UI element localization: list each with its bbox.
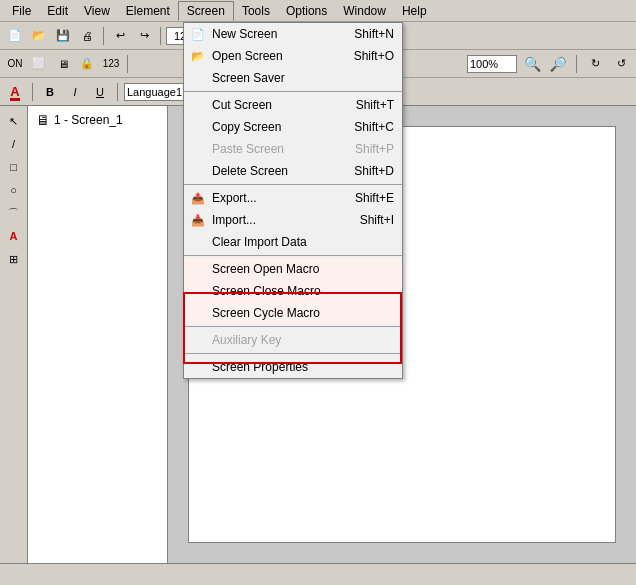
clear-import-label: Clear Import Data — [212, 235, 307, 249]
auxiliary-key-label: Auxiliary Key — [212, 333, 281, 347]
statusbar — [0, 563, 636, 585]
screen-tool-1[interactable]: ON — [4, 53, 26, 75]
redo-button[interactable]: ↪ — [133, 25, 155, 47]
sep-5 — [184, 353, 402, 354]
screen-dropdown-menu: 📄 New Screen Shift+N 📂 Open Screen Shift… — [183, 22, 403, 379]
print-button[interactable]: 🖨 — [76, 25, 98, 47]
delete-screen-label: Delete Screen — [212, 164, 288, 178]
export-icon: 📤 — [188, 188, 208, 208]
sep2 — [160, 27, 161, 45]
circle-tool[interactable]: ○ — [3, 179, 25, 201]
export-label: Export... — [212, 191, 257, 205]
sep5 — [127, 55, 128, 73]
line-tool[interactable]: / — [3, 133, 25, 155]
undo-button[interactable]: ↩ — [109, 25, 131, 47]
cursor-tool[interactable]: ↖ — [3, 110, 25, 132]
sep1 — [103, 27, 104, 45]
rect-tool[interactable]: □ — [3, 156, 25, 178]
new-screen-label: New Screen — [212, 27, 277, 41]
open-screen-label: Open Screen — [212, 49, 283, 63]
screen-tool-5[interactable]: 123 — [100, 53, 122, 75]
menu-item-clear-import[interactable]: Clear Import Data — [184, 231, 402, 253]
menu-item-cut-screen[interactable]: Cut Screen Shift+T — [184, 94, 402, 116]
save-button[interactable]: 💾 — [52, 25, 74, 47]
sep6 — [576, 55, 577, 73]
zoom-out-button[interactable]: 🔍 — [547, 53, 569, 75]
menu-window[interactable]: Window — [335, 2, 394, 20]
open-button[interactable]: 📂 — [28, 25, 50, 47]
menu-view[interactable]: View — [76, 2, 118, 20]
screen-tool-3[interactable]: 🖥 — [52, 53, 74, 75]
menu-item-screen-cycle-macro[interactable]: Screen Cycle Macro — [184, 302, 402, 324]
screen-properties-label: Screen Properties — [212, 360, 308, 374]
menu-screen[interactable]: Screen — [178, 1, 234, 21]
bold-button[interactable]: B — [39, 81, 61, 103]
menu-element[interactable]: Element — [118, 2, 178, 20]
export-shortcut: Shift+E — [355, 191, 394, 205]
color-a-label: A — [10, 84, 19, 99]
underline-button[interactable]: U — [89, 81, 111, 103]
menu-item-screen-close-macro[interactable]: Screen Close Macro — [184, 280, 402, 302]
screen-name-label: 1 - Screen_1 — [54, 113, 123, 127]
text-tool[interactable]: A — [3, 225, 25, 247]
import-shortcut: Shift+I — [360, 213, 394, 227]
zoom-in-button[interactable]: 🔍 — [521, 53, 543, 75]
menu-tools[interactable]: Tools — [234, 2, 278, 20]
refresh2-button[interactable]: ↺ — [610, 53, 632, 75]
copy-screen-shortcut: Shift+C — [354, 120, 394, 134]
screen-cycle-macro-label: Screen Cycle Macro — [212, 306, 320, 320]
refresh-button[interactable]: ↻ — [584, 53, 606, 75]
menu-item-copy-screen[interactable]: Copy Screen Shift+C — [184, 116, 402, 138]
open-screen-icon: 📂 — [188, 46, 208, 66]
menu-item-auxiliary-key[interactable]: Auxiliary Key — [184, 329, 402, 351]
sep-3 — [184, 255, 402, 256]
import-label: Import... — [212, 213, 256, 227]
menu-item-export[interactable]: 📤 Export... Shift+E — [184, 187, 402, 209]
tools-panel: ↖ / □ ○ ⌒ A ⊞ — [0, 106, 28, 563]
sep-1 — [184, 91, 402, 92]
menu-item-new-screen[interactable]: 📄 New Screen Shift+N — [184, 23, 402, 45]
menu-help[interactable]: Help — [394, 2, 435, 20]
delete-screen-shortcut: Shift+D — [354, 164, 394, 178]
sep7 — [32, 83, 33, 101]
new-screen-shortcut: Shift+N — [354, 27, 394, 41]
table-tool[interactable]: ⊞ — [3, 248, 25, 270]
screen-open-macro-label: Screen Open Macro — [212, 262, 319, 276]
menu-options[interactable]: Options — [278, 2, 335, 20]
menu-item-import[interactable]: 📥 Import... Shift+I — [184, 209, 402, 231]
screen-tool-4[interactable]: 🔒 — [76, 53, 98, 75]
import-icon: 📥 — [188, 210, 208, 230]
screen-saver-label: Screen Saver — [212, 71, 285, 85]
menu-item-open-screen[interactable]: 📂 Open Screen Shift+O — [184, 45, 402, 67]
menu-edit[interactable]: Edit — [39, 2, 76, 20]
menu-item-paste-screen[interactable]: Paste Screen Shift+P — [184, 138, 402, 160]
italic-button[interactable]: I — [64, 81, 86, 103]
arc-tool[interactable]: ⌒ — [3, 202, 25, 224]
screen-tree-item[interactable]: 🖥 1 - Screen_1 — [32, 110, 163, 130]
screen-panel: 🖥 1 - Screen_1 — [28, 106, 168, 563]
paste-screen-shortcut: Shift+P — [355, 142, 394, 156]
menu-file[interactable]: File — [4, 2, 39, 20]
menubar: File Edit View Element Screen Tools Opti… — [0, 0, 636, 22]
menu-item-delete-screen[interactable]: Delete Screen Shift+D — [184, 160, 402, 182]
copy-screen-label: Copy Screen — [212, 120, 281, 134]
cut-screen-label: Cut Screen — [212, 98, 272, 112]
screen-close-macro-label: Screen Close Macro — [212, 284, 321, 298]
zoom-display: 100% — [467, 55, 517, 73]
new-button[interactable]: 📄 — [4, 25, 26, 47]
color-button[interactable]: A — [4, 81, 26, 103]
menu-item-screen-properties[interactable]: Screen Properties — [184, 356, 402, 378]
new-screen-icon: 📄 — [188, 24, 208, 44]
cut-screen-shortcut: Shift+T — [356, 98, 394, 112]
sep8 — [117, 83, 118, 101]
menu-item-screen-saver[interactable]: Screen Saver — [184, 67, 402, 89]
sep-2 — [184, 184, 402, 185]
monitor-icon: 🖥 — [36, 112, 50, 128]
paste-screen-label: Paste Screen — [212, 142, 284, 156]
screen-tool-2[interactable]: ⬜ — [28, 53, 50, 75]
sep-4 — [184, 326, 402, 327]
menu-item-screen-open-macro[interactable]: Screen Open Macro — [184, 258, 402, 280]
open-screen-shortcut: Shift+O — [354, 49, 394, 63]
